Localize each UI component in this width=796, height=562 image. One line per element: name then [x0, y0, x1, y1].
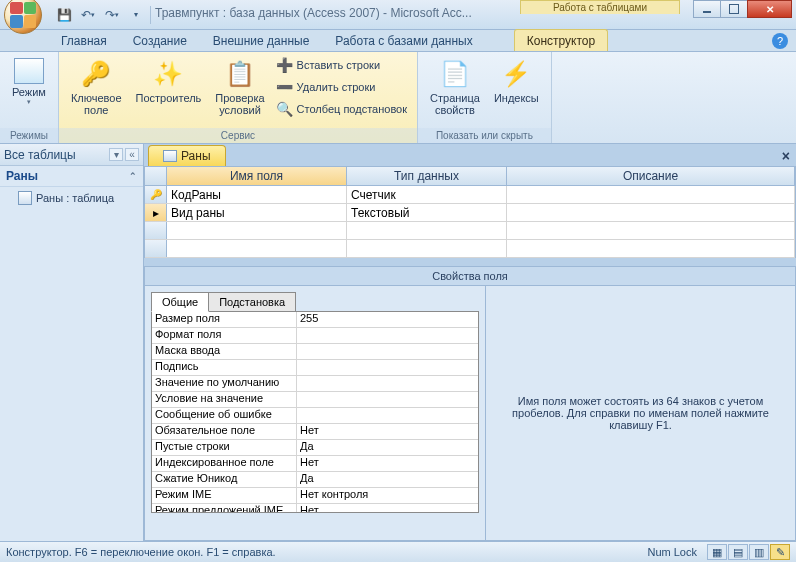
property-row[interactable]: Подпись	[152, 360, 478, 376]
description-cell[interactable]	[507, 204, 795, 221]
nav-collapse-icon[interactable]: «	[125, 148, 139, 161]
datasheet-view-shortcut[interactable]: ▦	[707, 544, 727, 560]
ribbon-group-tools: 🔑 Ключевоеполе ✨ Построитель 📋 Проверкау…	[59, 52, 418, 143]
field-name-cell[interactable]: КодРаны	[167, 186, 347, 203]
minimize-button[interactable]	[693, 0, 721, 18]
property-value[interactable]	[297, 392, 478, 407]
delete-rows-button[interactable]: ➖Удалить строки	[273, 76, 411, 98]
redo-icon[interactable]: ↷▾	[102, 5, 122, 25]
property-name: Значение по умолчанию	[152, 376, 297, 391]
field-name-cell[interactable]: Вид раны	[167, 204, 347, 221]
tab-home[interactable]: Главная	[48, 29, 120, 51]
property-row[interactable]: Значение по умолчанию	[152, 376, 478, 392]
undo-icon[interactable]: ↶▾	[78, 5, 98, 25]
field-row[interactable]	[145, 240, 795, 258]
close-document-button[interactable]: ×	[782, 148, 790, 164]
tab-create[interactable]: Создание	[120, 29, 200, 51]
insert-rows-button[interactable]: ➕Вставить строки	[273, 54, 411, 76]
property-row[interactable]: Индексированное полеНет	[152, 456, 478, 472]
property-row[interactable]: Размер поля255	[152, 312, 478, 328]
property-value[interactable]	[297, 376, 478, 391]
row-selector[interactable]: ▸	[145, 204, 167, 221]
row-selector[interactable]	[145, 222, 167, 239]
pivot-chart-view-shortcut[interactable]: ▥	[749, 544, 769, 560]
property-row[interactable]: Маска ввода	[152, 344, 478, 360]
field-row[interactable]: ▸ Вид раны Текстовый	[145, 204, 795, 222]
property-value[interactable]	[297, 408, 478, 423]
tab-database-tools[interactable]: Работа с базами данных	[322, 29, 485, 51]
indexes-button[interactable]: ⚡ Индексы	[488, 54, 545, 108]
help-button[interactable]: ?	[772, 33, 788, 49]
property-name: Индексированное поле	[152, 456, 297, 471]
property-row[interactable]: Сжатие ЮникодДа	[152, 472, 478, 488]
property-value[interactable]: Да	[297, 472, 478, 487]
design-view-shortcut[interactable]: ✎	[770, 544, 790, 560]
property-row[interactable]: Режим IMEНет контроля	[152, 488, 478, 504]
pivot-table-view-shortcut[interactable]: ▤	[728, 544, 748, 560]
property-value[interactable]: Да	[297, 440, 478, 455]
column-field-name[interactable]: Имя поля	[167, 167, 347, 185]
property-value[interactable]	[297, 360, 478, 375]
property-value[interactable]	[297, 344, 478, 359]
contextual-tab-title: Работа с таблицами	[520, 0, 680, 14]
row-selector[interactable]	[145, 240, 167, 257]
tab-design[interactable]: Конструктор	[514, 29, 608, 51]
maximize-button[interactable]	[720, 0, 748, 18]
property-row[interactable]: Обязательное полеНет	[152, 424, 478, 440]
primary-key-button[interactable]: 🔑 Ключевоеполе	[65, 54, 128, 120]
lookup-column-button[interactable]: 🔍Столбец подстановок	[273, 98, 411, 120]
office-button[interactable]	[4, 0, 42, 34]
description-cell[interactable]	[507, 186, 795, 203]
properties-grid[interactable]: Размер поля255Формат поляМаска вводаПодп…	[151, 311, 479, 513]
table-icon	[163, 150, 177, 162]
view-button[interactable]: Режим ▾	[6, 54, 52, 110]
nav-filter-dropdown-icon[interactable]: ▾	[109, 148, 123, 161]
property-value[interactable]	[297, 328, 478, 343]
test-validation-button[interactable]: 📋 Проверкаусловий	[209, 54, 270, 120]
column-description[interactable]: Описание	[507, 167, 795, 185]
numlock-indicator: Num Lock	[647, 546, 697, 558]
property-sheet-button[interactable]: 📄 Страницасвойств	[424, 54, 486, 120]
delete-rows-icon: ➖	[277, 79, 293, 95]
data-type-cell[interactable]: Счетчик	[347, 186, 507, 203]
property-value[interactable]: Нет	[297, 456, 478, 471]
chevron-up-icon[interactable]: ⌃	[129, 171, 137, 181]
workspace: Все таблицы ▾ « Раны⌃ Раны : таблица Ран…	[0, 144, 796, 541]
property-name: Подпись	[152, 360, 297, 375]
property-row[interactable]: Режим предложений IMEНет	[152, 504, 478, 513]
nav-group-header[interactable]: Раны⌃	[0, 166, 143, 187]
document-tab[interactable]: Раны	[148, 145, 226, 166]
tab-external-data[interactable]: Внешние данные	[200, 29, 323, 51]
builder-button[interactable]: ✨ Построитель	[130, 54, 208, 108]
data-type-cell[interactable]: Текстовый	[347, 204, 507, 221]
nav-item-table[interactable]: Раны : таблица	[0, 187, 143, 209]
row-selector-header[interactable]	[145, 167, 167, 185]
field-row[interactable]	[145, 222, 795, 240]
property-name: Режим IME	[152, 488, 297, 503]
property-value[interactable]: Нет	[297, 424, 478, 439]
qat-customize-icon[interactable]: ▾	[126, 5, 146, 25]
property-value[interactable]: 255	[297, 312, 478, 327]
save-icon[interactable]: 💾	[54, 5, 74, 25]
row-selector[interactable]: 🔑	[145, 186, 167, 203]
property-name: Размер поля	[152, 312, 297, 327]
properties-tab-lookup[interactable]: Подстановка	[208, 292, 296, 312]
properties-help-text: Имя поля может состоять из 64 знаков с у…	[485, 286, 795, 540]
property-row[interactable]: Сообщение об ошибке	[152, 408, 478, 424]
nav-pane-header[interactable]: Все таблицы ▾ «	[0, 144, 143, 166]
property-row[interactable]: Условие на значение	[152, 392, 478, 408]
column-data-type[interactable]: Тип данных	[347, 167, 507, 185]
property-row[interactable]: Пустые строкиДа	[152, 440, 478, 456]
property-value[interactable]: Нет	[297, 504, 478, 513]
close-button[interactable]: ✕	[747, 0, 792, 18]
property-row[interactable]: Формат поля	[152, 328, 478, 344]
insert-rows-icon: ➕	[277, 57, 293, 73]
ribbon-tabs: Главная Создание Внешние данные Работа с…	[0, 30, 796, 52]
field-row[interactable]: 🔑 КодРаны Счетчик	[145, 186, 795, 204]
property-name: Формат поля	[152, 328, 297, 343]
ribbon: Режим ▾ Режимы 🔑 Ключевоеполе ✨ Построит…	[0, 52, 796, 144]
property-value[interactable]: Нет контроля	[297, 488, 478, 503]
properties-tab-general[interactable]: Общие	[151, 292, 209, 312]
title-bar: 💾 ↶▾ ↷▾ ▾ Травмпункт : база данных (Acce…	[0, 0, 796, 30]
builder-icon: ✨	[152, 58, 184, 90]
